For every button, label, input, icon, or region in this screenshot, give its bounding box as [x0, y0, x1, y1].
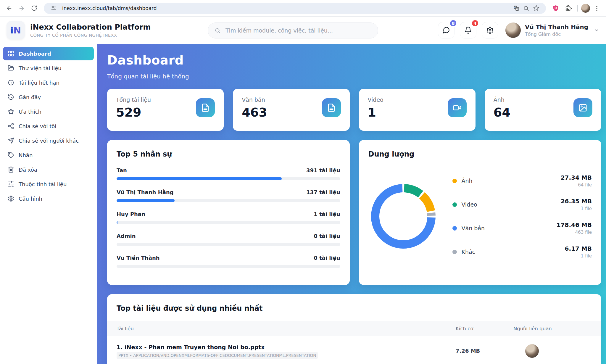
back-arrow-icon — [6, 5, 12, 12]
legend-row: Văn bản 178.46 MB463 file — [452, 216, 592, 240]
sidebar-item-deleted[interactable]: Đã xóa — [3, 163, 94, 176]
sidebar-item-shared-with-me[interactable]: Chia sẻ với tôi — [3, 119, 94, 133]
folder-open-icon — [8, 65, 14, 71]
doc-count: 137 tài liệu — [306, 189, 340, 195]
legend-row: Ảnh 27.34 MB64 file — [452, 169, 592, 193]
storage-panel: Dung lượng Ảnh 27.34 MB64 file Video 26.… — [359, 140, 602, 285]
browser-reload-button[interactable] — [28, 3, 40, 14]
sidebar-item-document-properties[interactable]: Thuộc tính tài liệu — [3, 177, 94, 191]
storage-donut — [371, 184, 436, 249]
translate-icon: G文 — [513, 5, 519, 11]
translate-button[interactable]: G文 — [511, 3, 521, 13]
star-icon — [8, 108, 14, 115]
svg-text:U: U — [555, 6, 557, 9]
table-row[interactable]: 1. iNexx - Phan mem Truyen thong Noi bo.… — [117, 336, 592, 364]
browser-forward-button[interactable] — [16, 3, 27, 14]
browser-menu-button[interactable] — [591, 3, 602, 14]
stat-value: 463 — [242, 105, 267, 120]
browser-profile-avatar[interactable] — [581, 4, 590, 13]
document-meta: PPTX • APPLICATION/VND.OPENXMLFORMATS-OF… — [117, 353, 456, 358]
document-name[interactable]: 1. iNexx - Phan mem Truyen thong Noi bo.… — [117, 344, 456, 350]
header-actions: 8 4 Vũ Thị Thanh Hằng Tổng Giám đốc — [438, 22, 599, 38]
search-icon — [215, 28, 221, 34]
legend-dot — [452, 179, 457, 183]
progress-fill — [117, 221, 117, 224]
search-input[interactable] — [225, 27, 371, 34]
app-logo[interactable]: iN — [7, 21, 25, 39]
stat-card-text-documents[interactable]: Văn bản 463 — [233, 89, 349, 131]
doc-count: 391 tài liệu — [306, 167, 340, 173]
top-user-row: Vũ Tiến Thành0 tài liệu — [117, 255, 340, 268]
sliders-icon — [8, 181, 14, 187]
kebab-menu-icon — [594, 5, 600, 12]
page-subtitle: Tổng quan tài liệu hệ thống — [107, 73, 601, 80]
column-header-people: Người liên quan — [513, 326, 592, 331]
doc-count: 0 tài liệu — [314, 255, 340, 261]
sidebar-item-expired-documents[interactable]: Tài liệu hết hạn — [3, 76, 94, 89]
forward-arrow-icon — [18, 5, 25, 12]
zoom-out-icon — [523, 5, 529, 11]
user-name: Huy Phan — [117, 211, 145, 217]
chat-bubble-icon — [442, 26, 450, 34]
top-documents-panel: Top tài liệu được sử dụng nhiều nhất Tài… — [107, 294, 601, 364]
chevron-down-icon — [594, 27, 599, 33]
top-user-row: Admin0 tài liệu — [117, 233, 340, 246]
stat-label: Video — [368, 96, 383, 103]
stat-value: 64 — [494, 105, 510, 120]
progress-fill — [117, 199, 175, 202]
document-icon — [322, 98, 341, 117]
user-avatar — [505, 22, 521, 38]
browser-back-button[interactable] — [4, 3, 15, 14]
doc-count: 0 tài liệu — [314, 233, 340, 239]
sidebar-item-labels[interactable]: Nhãn — [3, 148, 94, 162]
sidebar-item-document-library[interactable]: Thư viện tài liệu — [3, 61, 94, 75]
extensions-button[interactable] — [563, 3, 574, 14]
stat-card-total-documents[interactable]: Tổng tài liệu 529 — [107, 89, 224, 131]
ublock-extension-button[interactable]: U — [550, 3, 561, 14]
sidebar-item-shared-with-others[interactable]: Chia sẻ với người khác — [3, 134, 94, 147]
url-text[interactable]: inexx.inexx.cloud/tab/dms/dashboard — [62, 5, 511, 11]
sidebar-item-favorites[interactable]: Ưa thích — [3, 105, 94, 118]
user-role: Tổng Giám đốc — [525, 31, 588, 37]
top-documents-title: Top tài liệu được sử dụng nhiều nhất — [117, 304, 592, 313]
ublock-shield-icon: U — [552, 5, 559, 12]
notifications-button[interactable]: 4 — [460, 22, 476, 38]
chat-button[interactable]: 8 — [438, 22, 454, 38]
document-size: 7.26 MB — [456, 348, 513, 354]
legend-dot — [452, 250, 457, 254]
progress-fill — [117, 177, 282, 180]
user-name: Admin — [117, 233, 136, 239]
sidebar-item-dashboard[interactable]: Dashboard — [3, 47, 94, 60]
storage-legend: Ảnh 27.34 MB64 file Video 26.35 MB1 file… — [452, 169, 592, 264]
dashboard-grid-icon — [8, 50, 14, 57]
brand-block: iNexx Collaboration Platform CÔNG TY CỔ … — [30, 23, 151, 38]
reload-icon — [31, 5, 37, 11]
settings-button[interactable] — [482, 22, 498, 38]
progress-track — [117, 177, 340, 180]
stat-label: Ảnh — [494, 96, 510, 103]
share-nodes-icon — [8, 123, 14, 129]
global-search[interactable] — [208, 22, 378, 38]
bookmark-button[interactable] — [531, 3, 541, 13]
address-bar[interactable]: inexx.inexx.cloud/tab/dms/dashboard G文 — [44, 3, 546, 14]
paper-plane-icon — [8, 137, 14, 144]
page-title: Dashboard — [107, 53, 601, 67]
top-users-title: Top 5 nhân sự — [117, 150, 340, 158]
sidebar-item-configuration[interactable]: Cấu hình — [3, 192, 94, 205]
svg-text:文: 文 — [516, 8, 518, 10]
related-person-avatar — [525, 344, 539, 358]
zoom-button[interactable] — [521, 3, 531, 13]
app-header: iN iNexx Collaboration Platform CÔNG TY … — [0, 17, 606, 44]
legend-row: Video 26.35 MB1 file — [452, 193, 592, 216]
user-name: Vũ Thị Thanh Hằng — [525, 23, 588, 30]
sidebar: Dashboard Thư viện tài liệu Tài liệu hết… — [0, 44, 97, 364]
sidebar-item-recent[interactable]: Gần đây — [3, 90, 94, 104]
stat-cards: Tổng tài liệu 529 Văn bản 463 Video — [107, 89, 601, 131]
company-name: CÔNG TY CỔ PHẦN CÔNG NGHỆ INEXX — [30, 33, 151, 38]
site-settings-button[interactable] — [49, 3, 59, 13]
main-content: Dashboard Tổng quan tài liệu hệ thống Tổ… — [97, 44, 606, 364]
stat-card-images[interactable]: Ảnh 64 — [485, 89, 601, 131]
stat-card-video[interactable]: Video 1 — [359, 89, 476, 131]
top-users-panel: Top 5 nhân sự Tan391 tài liệu Vũ Thị Tha… — [107, 140, 350, 285]
user-menu[interactable]: Vũ Thị Thanh Hằng Tổng Giám đốc — [505, 22, 599, 38]
